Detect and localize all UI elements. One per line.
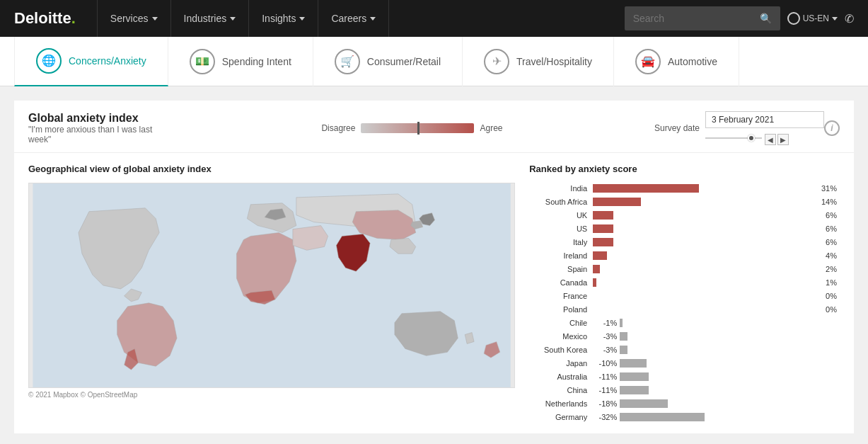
bar-fill-negative [620,386,649,394]
bar-row: US6% [529,223,840,234]
bar-country-label: South Africa [529,198,593,206]
bar-fill-negative [620,332,627,341]
bar-country-label: Germany [529,413,593,421]
bar-panel-title: Ranked by anxiety score [529,164,840,174]
tab-travel-hospitality[interactable]: ✈ Travel/Hospitality [463,37,614,86]
nav-item-careers[interactable]: Careers [318,0,389,37]
bar-country-label: Italy [529,238,593,246]
bar-fill-negative [620,319,623,327]
bar-value-label: 0% [813,305,840,314]
bar-value-label: 14% [813,198,840,206]
date-next-button[interactable]: ▶ [777,134,789,145]
logo-text: Deloitte [14,9,71,28]
bar-fill-positive [593,198,641,206]
bar-row: Spain2% [529,263,840,275]
bar-fill-negative [620,346,627,354]
nav-item-industries[interactable]: Industries [171,0,250,37]
bar-track [593,251,813,260]
insights-label: Insights [262,13,296,24]
bar-track [620,386,840,394]
bar-country-label: US [529,224,593,233]
search-bar[interactable]: 🔍 [625,6,780,30]
chart-title-block: Global anxiety index "I'm more anxious t… [28,112,170,144]
nav-right: US-EN ✆ [787,12,854,25]
tab-concerns-anxiety[interactable]: 🌐 Concerns/Anxiety [14,37,168,86]
bar-track [593,238,813,246]
bar-track [593,211,813,220]
globe-tab-icon: 🌐 [36,48,62,74]
chart-header: Global anxiety index "I'm more anxious t… [14,101,854,153]
bar-track [620,399,840,408]
tab-consumer-retail[interactable]: 🛒 Consumer/Retail [313,37,463,86]
tab-spending-intent[interactable]: 💵 Spending Intent [168,37,313,86]
bar-country-label: UK [529,211,593,220]
slider-dot[interactable] [748,135,755,142]
plane-tab-icon: ✈ [484,49,509,74]
search-icon: 🔍 [760,13,772,24]
chevron-down-icon [832,17,838,21]
wallet-tab-icon: 💵 [190,49,215,74]
bar-value-label: -1% [593,319,620,327]
gradient-legend: Disagree Agree [170,123,654,133]
map-panel: Geographical view of global anxiety inde… [28,164,515,423]
survey-date-label: Survey date [654,123,700,133]
bar-row: India31% [529,183,840,194]
tab-label-spending: Spending Intent [222,56,291,67]
nav-items: Services Industries Insights Careers [97,0,625,37]
bar-track [620,332,840,341]
slider-line[interactable] [705,137,762,139]
survey-date-input[interactable] [705,111,824,128]
bar-fill-negative [620,372,649,381]
survey-date-block: Survey date ◀ ▶ [654,111,824,145]
logo: Deloitte. [14,9,76,28]
bar-country-label: France [529,292,593,300]
bar-fill-positive [593,224,613,233]
nav-item-services[interactable]: Services [97,0,171,37]
search-input[interactable] [633,13,757,24]
bar-value-label: 31% [813,184,840,193]
bar-fill-negative [620,399,668,408]
careers-label: Careers [331,13,366,24]
bar-track [593,278,813,287]
bar-track [593,305,813,314]
bar-country-label: Canada [529,278,593,287]
bar-track [593,265,813,273]
phone-icon[interactable]: ✆ [845,12,854,25]
car-tab-icon: 🚘 [635,49,661,74]
bar-country-label: Poland [529,305,593,314]
navbar: Deloitte. Services Industries Insights C… [0,0,868,37]
date-nav: ◀ ▶ [765,134,789,145]
bar-track [620,346,840,354]
chevron-down-icon [152,17,158,21]
date-prev-button[interactable]: ◀ [765,134,776,145]
bar-track [620,319,840,327]
bar-row: South Korea-3% [529,344,840,355]
industries-label: Industries [184,13,227,24]
tab-label-automotive: Automotive [668,56,717,67]
bar-track [593,184,813,193]
bar-fill-positive [593,251,606,260]
language-button[interactable]: US-EN [787,12,838,25]
tab-label-travel: Travel/Hospitality [516,56,592,67]
bar-value-label: -11% [593,372,620,381]
bar-country-label: Spain [529,265,593,273]
data-section: Geographical view of global anxiety inde… [14,153,854,433]
bar-country-label: Japan [529,359,593,368]
bar-country-label: Chile [529,319,593,327]
bar-country-label: Australia [529,372,593,381]
bar-row: South Africa14% [529,196,840,207]
nav-item-insights[interactable]: Insights [249,0,318,37]
info-icon[interactable]: i [824,120,840,136]
map-container [28,183,515,388]
tab-automotive[interactable]: 🚘 Automotive [614,37,739,86]
bar-row: Netherlands-18% [529,398,840,409]
bar-fill-positive [593,265,600,273]
bar-row: Italy6% [529,237,840,248]
tab-label-consumer: Consumer/Retail [367,56,441,67]
bar-value-label: -3% [593,332,620,341]
bar-track [620,359,840,368]
bar-row: UK6% [529,210,840,221]
bar-row: Ireland4% [529,250,840,261]
gradient-marker [417,122,419,135]
bar-value-label: 6% [813,238,840,246]
